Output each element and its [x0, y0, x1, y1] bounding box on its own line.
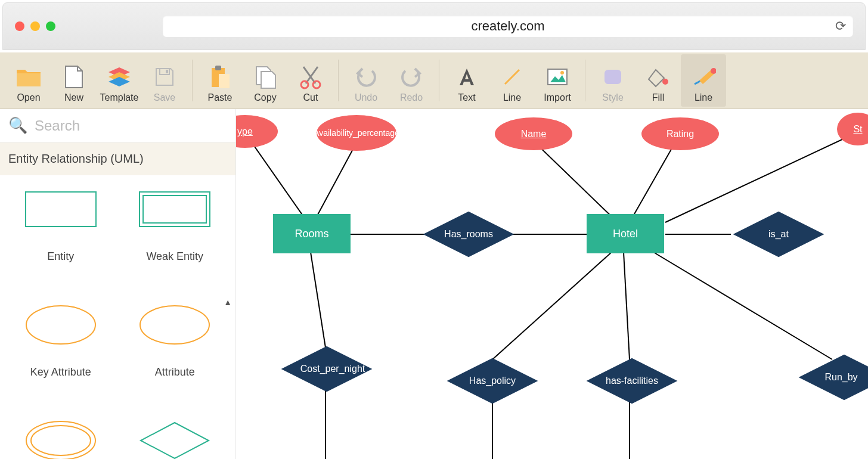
copy-icon: [252, 64, 278, 90]
workspace: 🔍 Entity Relationship (UML) ▲ Entity Wea…: [0, 109, 868, 459]
url-text: creately.com: [471, 18, 544, 34]
svg-line-30: [492, 252, 612, 359]
svg-rect-13: [26, 192, 96, 227]
attribute-rating[interactable]: Rating: [641, 117, 719, 150]
redo-button[interactable]: Redo: [389, 54, 434, 107]
svg-rect-4: [219, 74, 230, 88]
paste-button[interactable]: Paste: [197, 54, 243, 107]
shape-entity[interactable]: Entity: [4, 185, 118, 298]
svg-line-28: [311, 252, 326, 348]
cut-button[interactable]: Cut: [288, 54, 333, 107]
import-icon: [544, 64, 571, 90]
diagram-edges: [236, 109, 868, 459]
line-tool-button[interactable]: Line: [681, 54, 726, 107]
traffic-lights: [15, 21, 55, 31]
search-input[interactable]: [35, 117, 227, 134]
relationship-cost-per-night[interactable]: Cost_per_night: [273, 346, 392, 392]
line-button[interactable]: Line: [489, 54, 535, 107]
open-button[interactable]: Open: [6, 54, 51, 107]
svg-rect-15: [143, 196, 206, 223]
new-file-icon: [61, 64, 87, 90]
save-button[interactable]: Save: [142, 54, 187, 107]
relationship-has-policy[interactable]: Has_policy: [439, 358, 546, 404]
copy-button[interactable]: Copy: [243, 54, 288, 107]
svg-line-23: [630, 139, 677, 222]
entity-rooms[interactable]: Rooms: [273, 214, 351, 253]
shapes-sidebar: 🔍 Entity Relationship (UML) ▲ Entity Wea…: [0, 109, 235, 459]
svg-point-9: [560, 71, 564, 75]
category-title[interactable]: Entity Relationship (UML): [0, 142, 235, 175]
template-button[interactable]: Template: [97, 54, 142, 107]
maximize-window-button[interactable]: [46, 21, 55, 31]
relationship-has-rooms[interactable]: Has_rooms: [415, 212, 522, 257]
svg-rect-10: [604, 70, 621, 84]
diagram-canvas[interactable]: ype Availability_percentage Name Rating …: [235, 109, 868, 459]
search-row: 🔍: [0, 109, 235, 142]
template-icon: [106, 64, 132, 90]
search-icon[interactable]: 🔍: [8, 116, 27, 135]
svg-point-11: [662, 79, 668, 85]
svg-point-19: [31, 426, 91, 455]
style-button[interactable]: Style: [590, 54, 636, 107]
fill-button[interactable]: Fill: [636, 54, 681, 107]
toolbar-separator: [585, 60, 585, 101]
svg-line-22: [531, 139, 618, 222]
svg-point-5: [301, 81, 308, 88]
shape-palette: Entity Weak Entity Key Attribute Attribu…: [0, 175, 235, 459]
line-icon: [499, 64, 525, 90]
close-window-button[interactable]: [15, 21, 24, 31]
folder-icon: [16, 64, 42, 90]
style-icon: [600, 64, 626, 90]
svg-line-31: [624, 252, 630, 359]
import-button[interactable]: Import: [535, 54, 580, 107]
svg-line-20: [249, 139, 308, 222]
undo-icon: [353, 64, 379, 90]
svg-rect-1: [166, 70, 168, 73]
shape-extra-1[interactable]: [4, 416, 118, 459]
svg-rect-14: [140, 192, 210, 227]
main-toolbar: Open New Template Save Paste Copy Cut Un…: [0, 52, 868, 109]
text-icon: [454, 64, 480, 90]
shape-extra-2[interactable]: [118, 416, 232, 459]
address-bar[interactable]: creately.com ⟳: [163, 15, 853, 37]
relationship-is-at[interactable]: is_at: [725, 212, 832, 257]
svg-line-7: [505, 70, 519, 84]
attribute-name[interactable]: Name: [495, 117, 572, 150]
svg-line-32: [653, 252, 832, 359]
svg-point-17: [140, 306, 209, 344]
svg-point-6: [313, 81, 320, 88]
redo-icon: [398, 64, 424, 90]
toolbar-separator: [192, 60, 193, 101]
toolbar-separator: [338, 60, 339, 101]
shape-weak-entity[interactable]: Weak Entity: [118, 185, 232, 298]
paste-icon: [207, 64, 233, 90]
entity-hotel[interactable]: Hotel: [587, 214, 664, 253]
svg-point-18: [26, 421, 95, 459]
browser-chrome: creately.com ⟳: [2, 2, 866, 50]
shape-key-attribute[interactable]: Key Attribute: [4, 300, 118, 414]
undo-button[interactable]: Undo: [343, 54, 389, 107]
svg-rect-8: [548, 69, 567, 85]
svg-line-21: [314, 145, 355, 222]
svg-point-16: [26, 306, 95, 344]
cut-icon: [297, 64, 324, 90]
reload-icon[interactable]: ⟳: [835, 18, 846, 34]
relationship-has-facilities[interactable]: has-facilities: [578, 358, 686, 404]
scroll-up-icon[interactable]: ▲: [224, 297, 232, 307]
toolbar-separator: [439, 60, 439, 101]
new-button[interactable]: New: [51, 54, 97, 107]
svg-rect-3: [215, 66, 221, 70]
shape-attribute[interactable]: Attribute: [118, 300, 232, 414]
pencil-icon: [690, 64, 717, 90]
fill-icon: [645, 64, 671, 90]
text-button[interactable]: Text: [444, 54, 489, 107]
relationship-run-by[interactable]: Run_by: [790, 355, 868, 400]
attribute-availability[interactable]: Availability_percentage: [317, 115, 396, 151]
minimize-window-button[interactable]: [30, 21, 40, 31]
save-icon: [151, 64, 178, 90]
